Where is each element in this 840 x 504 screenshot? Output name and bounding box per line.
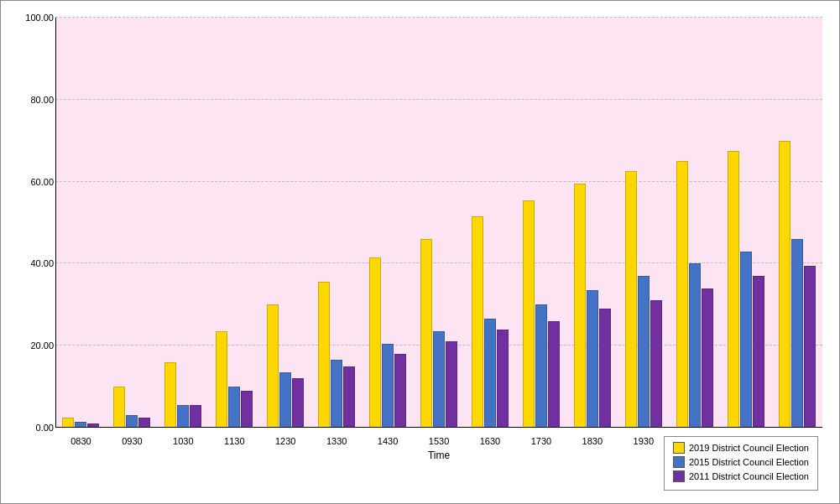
legend-item: 2015 District Council Election [673, 456, 809, 468]
legend-color-box [673, 470, 685, 482]
x-axis-line [55, 427, 822, 428]
bar [446, 341, 457, 428]
x-axis-label: 1430 [363, 436, 414, 446]
bar [689, 263, 701, 428]
bar [497, 330, 509, 428]
chart-area: 0.0020.0040.0060.0080.00100.00 083009301… [55, 18, 822, 428]
legend-color-box [673, 456, 685, 468]
bars-container [55, 18, 822, 428]
y-axis-label: 80.00 [30, 95, 54, 105]
bar [791, 239, 803, 428]
bar [625, 171, 637, 428]
bar [420, 239, 432, 428]
bar-group [566, 18, 618, 428]
y-axis-labels: 0.0020.0040.0060.0080.00100.00 [12, 18, 54, 428]
bar [216, 331, 227, 428]
bar-group [465, 18, 516, 428]
bar [702, 288, 713, 428]
x-axis-label: 1130 [209, 436, 260, 446]
legend-label: 2019 District Council Election [689, 443, 809, 453]
bar [535, 304, 547, 428]
y-axis-label: 20.00 [30, 340, 54, 351]
legend-item: 2019 District Council Election [673, 442, 809, 454]
x-axis-label: 1930 [618, 436, 669, 446]
bar-group [55, 18, 107, 428]
bar [574, 184, 586, 428]
bar [587, 290, 598, 428]
bar-group [515, 18, 566, 428]
bar-group [414, 18, 465, 428]
bar [369, 257, 381, 428]
x-axis-label: 0930 [107, 436, 158, 446]
bar [241, 391, 253, 428]
bar [599, 309, 611, 428]
bar [267, 304, 279, 428]
bar [728, 151, 739, 428]
x-axis-label: 1530 [414, 436, 465, 446]
bar [740, 252, 752, 428]
bar [343, 366, 355, 428]
bar [548, 321, 560, 428]
bar-group [260, 18, 311, 428]
legend-color-box [673, 442, 685, 454]
legend-label: 2011 District Council Election [689, 471, 809, 481]
bar [433, 331, 445, 428]
bar [318, 282, 330, 428]
bar [177, 405, 189, 428]
bar [753, 276, 764, 428]
chart-container: Aggregate Voter Turnout Rate (%) 0.0020.… [0, 0, 840, 504]
legend-item: 2011 District Council Election [673, 470, 809, 482]
bar [472, 216, 483, 428]
x-axis-label: 1330 [311, 436, 363, 446]
y-axis-label: 40.00 [30, 258, 54, 268]
bar-group [158, 18, 209, 428]
bar-group [720, 18, 771, 428]
bar [164, 362, 176, 428]
bar [279, 372, 291, 428]
y-axis-label: 0.00 [36, 423, 54, 433]
bar [638, 276, 650, 428]
bar [228, 387, 240, 428]
bar [676, 161, 688, 428]
x-axis-label: 1830 [566, 436, 618, 446]
bar [113, 387, 125, 428]
x-axis-label: 1030 [158, 436, 209, 446]
x-axis-label: 1230 [260, 436, 311, 446]
bar [523, 200, 535, 428]
bar-group [311, 18, 363, 428]
legend-label: 2015 District Council Election [689, 457, 809, 467]
bar [484, 319, 496, 428]
bar [394, 354, 406, 428]
bar [650, 300, 662, 428]
bar-group [209, 18, 260, 428]
legend: 2019 District Council Election2015 Distr… [664, 436, 818, 491]
bar [331, 360, 342, 428]
x-axis-label: 1730 [515, 436, 566, 446]
bar-group [363, 18, 414, 428]
bar-group [771, 18, 822, 428]
bar-group [669, 18, 720, 428]
y-axis-line [55, 18, 56, 428]
bar-group [107, 18, 158, 428]
bar-group [618, 18, 669, 428]
bar [126, 415, 138, 428]
bar [190, 405, 201, 428]
x-axis-label: 1630 [465, 436, 516, 446]
y-axis-label: 100.00 [25, 13, 54, 23]
y-axis-label: 60.00 [30, 177, 54, 187]
x-axis-label: 0830 [55, 436, 107, 446]
bar [292, 378, 304, 428]
bar [804, 266, 816, 428]
bar [382, 344, 394, 428]
bar [779, 141, 790, 428]
